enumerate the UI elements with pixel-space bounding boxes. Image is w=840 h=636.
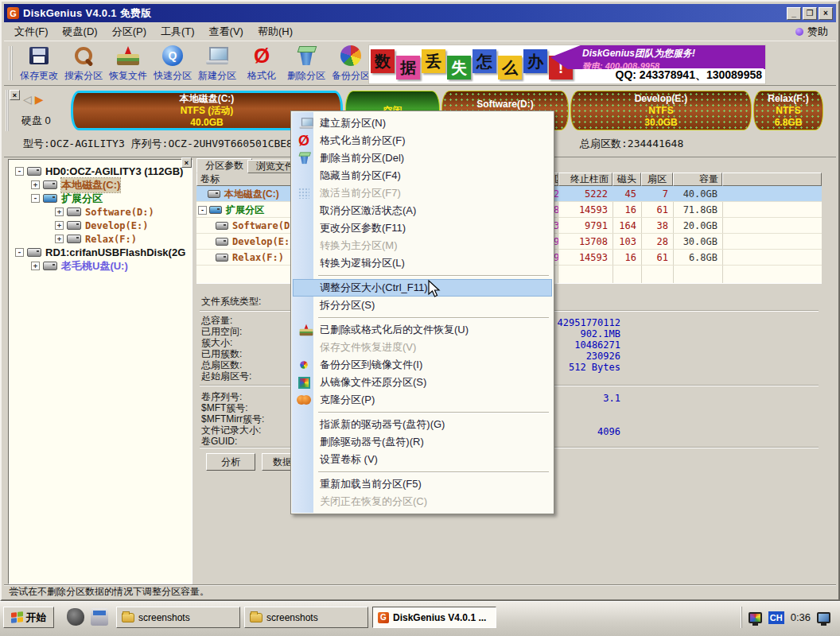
menu-item-recover-files[interactable]: 已删除或格式化后的文件恢复(U) [293, 321, 552, 339]
column-header-end-cylinder[interactable]: 终止柱面 [558, 173, 612, 186]
close-button[interactable]: × [819, 7, 833, 20]
expand-icon[interactable]: + [55, 207, 64, 216]
column-header-filler [722, 173, 822, 186]
disk-panel-handle[interactable] [6, 90, 9, 131]
partition-icon [67, 235, 81, 243]
tree-item-usb-u[interactable]: + 老毛桃U盘(U:) [9, 259, 192, 273]
collapse-icon[interactable]: - [31, 194, 40, 203]
tree-panel-close-button[interactable]: × [181, 157, 192, 168]
title-bar: G DiskGenius V4.0.1 免费版 _ ❐ × [4, 4, 836, 22]
menu-item-close-recovering-partition: 关闭正在恢复的分区(C) [293, 493, 552, 510]
column-header-volume[interactable]: 卷标 [196, 173, 294, 186]
sponsor-link[interactable]: 赞助 [795, 25, 828, 39]
quick-partition-button[interactable]: Q 快速分区 [150, 43, 195, 84]
partition-segment-e[interactable]: Develop(E:) NTFS 30.0GB [570, 91, 752, 130]
partition-segment-f[interactable]: Relax(F:) NTFS 6.8GB [753, 91, 823, 130]
menu-item-create-partition[interactable]: 建立新分区(N) [293, 114, 552, 132]
toolbar-handle[interactable] [9, 46, 13, 80]
partition-icon [216, 222, 228, 230]
column-header-sectors[interactable]: 扇区 [641, 173, 673, 186]
search-partition-button[interactable]: 搜索分区 [61, 43, 106, 84]
partition-icon [216, 254, 228, 262]
prev-disk-arrow-icon[interactable]: ◁ [23, 93, 32, 106]
tree-item-relax-f[interactable]: + Relax(F:) [9, 232, 192, 246]
menu-item-clone-partition[interactable]: 克隆分区(P) [293, 391, 552, 409]
monitor-tray-icon[interactable] [817, 612, 830, 623]
save-changes-button[interactable]: 保存更改 [17, 43, 61, 84]
tree-item-hd0[interactable]: - HD0:OCZ-AGILITY3 (112GB) [9, 165, 192, 178]
menu-separator [293, 272, 552, 279]
ad-banner[interactable]: 数 据 丢 失 怎 么 办 ! DiskGenius团队为您服务! 致电: 40… [368, 45, 766, 84]
ad-tile: 丢 [422, 49, 445, 73]
menu-file[interactable]: 文件(F) [7, 23, 56, 41]
menu-item-assign-drive-letter[interactable]: 指派新的驱动器号(盘符)(G) [293, 416, 552, 433]
display-settings-icon[interactable] [749, 612, 762, 623]
ad-tile: 据 [396, 56, 420, 80]
menu-item-hide-partition[interactable]: 隐藏当前分区(F4) [293, 167, 552, 184]
disk-tree-panel: - HD0:OCZ-AGILITY3 (112GB) + 本地磁盘(C:) - … [8, 159, 192, 584]
menu-item-backup-to-image[interactable]: 备份分区到镜像文件(I) [293, 356, 552, 374]
menu-separator [293, 314, 552, 321]
disk-icon [27, 248, 41, 257]
expand-icon[interactable]: + [55, 221, 64, 230]
taskbar-button-screenshots-1[interactable]: screenshots [116, 607, 240, 628]
recover-files-button[interactable]: 恢复文件 [106, 43, 150, 84]
ad-tile: 失 [447, 56, 471, 80]
menu-item-resize-partition[interactable]: 调整分区大小(Ctrl_F11) [293, 279, 552, 297]
taskbar-button-screenshots-2[interactable]: screenshots [244, 607, 368, 628]
menu-disk[interactable]: 硬盘(D) [56, 23, 105, 41]
menu-item-restore-from-image[interactable]: 从镜像文件还原分区(S) [293, 374, 552, 391]
expand-icon[interactable]: + [31, 262, 40, 270]
system-tray: CH 0:36 [741, 607, 837, 628]
tree-item-c-drive[interactable]: + 本地磁盘(C:) [9, 178, 192, 192]
language-indicator[interactable]: CH [768, 611, 784, 624]
collapse-icon[interactable]: - [15, 167, 24, 176]
menu-view[interactable]: 查看(V) [202, 23, 251, 41]
menu-partition[interactable]: 分区(P) [105, 23, 154, 41]
format-icon: Ø [298, 134, 309, 147]
tree-item-develop-e[interactable]: + Develop(E:) [9, 219, 192, 232]
taskbar-button-diskgenius[interactable]: G DiskGenius V4.0.1 ... [372, 607, 496, 628]
menu-item-change-params[interactable]: 更改分区参数(F11) [293, 219, 552, 237]
mouse-cursor [428, 280, 444, 299]
menu-item-format-partition[interactable]: Ø 格式化当前分区(F) [293, 132, 552, 149]
menu-help[interactable]: 帮助(H) [251, 23, 300, 41]
start-button[interactable]: 开始 [3, 607, 54, 628]
minimize-button[interactable]: _ [787, 7, 801, 20]
new-partition-button[interactable]: 新建分区 [195, 43, 239, 84]
menu-item-convert-logical[interactable]: 转换为逻辑分区(L) [293, 254, 552, 272]
quick-launch-icon[interactable] [67, 608, 84, 626]
menu-item-set-volume-label[interactable]: 设置卷标 (V) [293, 451, 552, 468]
format-button[interactable]: Ø 格式化 [239, 43, 284, 84]
column-header-capacity[interactable]: 容量 [673, 173, 722, 186]
menu-item-split-partition[interactable]: 拆分分区(S) [293, 297, 552, 314]
analyze-button[interactable]: 分析 [206, 453, 255, 471]
disk-panel-close-button[interactable]: × [10, 90, 20, 100]
ad-qq-line: QQ: 243378941、130089958 [614, 68, 764, 83]
tree-item-extended[interactable]: - 扩展分区 [9, 192, 192, 205]
expand-icon[interactable]: + [31, 180, 40, 189]
restore-button[interactable]: ❐ [803, 7, 817, 20]
partition-icon [67, 207, 81, 216]
menu-item-remove-drive-letter[interactable]: 删除驱动器号(盘符)(R) [293, 433, 552, 451]
menu-item-reload-partition[interactable]: 重新加载当前分区(F5) [293, 475, 552, 493]
recover-files-icon [117, 46, 139, 65]
column-header-heads[interactable]: 磁头 [612, 173, 641, 186]
save-icon [29, 47, 49, 64]
quick-launch-icon[interactable] [91, 608, 108, 626]
collapse-icon[interactable]: - [15, 248, 24, 257]
folder-icon [122, 613, 134, 622]
delete-partition-button[interactable]: 删除分区 [284, 43, 329, 84]
menu-item-deactivate-partition[interactable]: 取消分区激活状态(A) [293, 202, 552, 219]
tree-item-software-d[interactable]: + Software(D:) [9, 205, 192, 219]
backup-partition-button[interactable]: 备份分区 [329, 43, 373, 84]
tree-item-rd1-usb[interactable]: - RD1:crifanUSBFlashDisk(2G [9, 246, 192, 259]
partition-context-menu: 建立新分区(N) Ø 格式化当前分区(F) 删除当前分区(Del) 隐藏当前分区… [290, 111, 554, 514]
menu-item-delete-partition[interactable]: 删除当前分区(Del) [293, 149, 552, 167]
next-disk-arrow-icon[interactable]: ▶ [35, 93, 44, 106]
tab-partition-params[interactable]: 分区参数 [196, 158, 252, 173]
expand-icon[interactable]: + [55, 235, 64, 243]
taskbar-clock[interactable]: 0:36 [791, 611, 811, 623]
restore-partition-icon [298, 377, 310, 389]
menu-tools[interactable]: 工具(T) [154, 23, 202, 41]
